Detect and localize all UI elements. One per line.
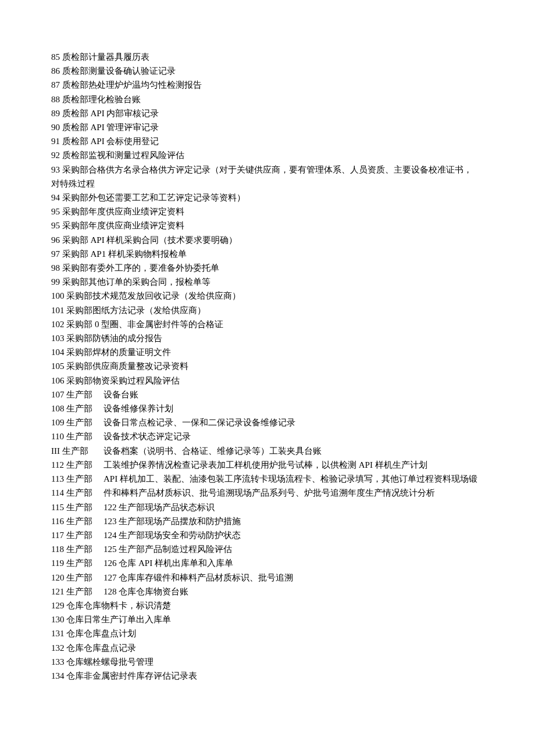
list-item-left: 115 生产部 (51, 500, 104, 514)
list-item: 134 仓库非金属密封件库存评估记录表 (51, 669, 484, 683)
list-item-right: 设备日常点检记录、一保和二保记录设备维修记录 (104, 415, 295, 429)
list-item: 95 采购部年度供应商业绩评定资料 (51, 218, 484, 232)
document-page: 85 质检部计量器具履历表 86 质检部测量设备确认验证记录 87 质检部热处理… (0, 0, 535, 756)
list-item-continuation: 对特殊过程 (51, 177, 484, 191)
list-item-left: 107 生产部 (51, 388, 104, 402)
list-item: 133 仓库螺栓螺母批号管理 (51, 655, 484, 669)
list-item: 100 采购部技术规范发放回收记录（发给供应商） (51, 289, 484, 303)
list-item: 98 采购部有委外工序的，要准备外协委托单 (51, 261, 484, 275)
list-item-two-col: 121 生产部 128 仓库仓库物资台账 (51, 585, 484, 599)
list-item: 89 质检部 API 内部审核记录 (51, 106, 484, 120)
list-item: 101 采购部图纸方法记录（发给供应商） (51, 303, 484, 317)
list-item: 85 质检部计量器具履历表 (51, 50, 484, 64)
list-item: 105 采购部供应商质量整改记录资料 (51, 359, 484, 373)
list-item: 131 仓库仓库盘点计划 (51, 626, 484, 640)
list-item-right: 123 生产部现场产品摆放和防护措施 (104, 514, 241, 528)
list-item: 104 采购部焊材的质量证明文件 (51, 345, 484, 359)
list-item-left: 110 生产部 (51, 429, 104, 443)
list-item-right: 128 仓库仓库物资台账 (104, 585, 188, 599)
list-item: 132 仓库仓库盘点记录 (51, 641, 484, 655)
list-item-two-col: 115 生产部 122 生产部现场产品状态标识 (51, 500, 484, 514)
list-item-right: 设备维修保养计划 (104, 402, 173, 415)
list-item: 90 质检部 API 管理评审记录 (51, 120, 484, 134)
list-item: 88 质检部理化检验台账 (51, 92, 484, 106)
list-item-two-col: 120 生产部 127 仓库库存锻件和棒料产品材质标识、批号追溯 (51, 571, 484, 585)
list-item-right: 124 生产部现场安全和劳动防护状态 (104, 528, 241, 542)
list-item: 130 仓库日常生产订单出入库单 (51, 612, 484, 626)
list-item: 103 采购部防锈油的成分报告 (51, 331, 484, 345)
list-item-two-col: 108 生产部 设备维修保养计划 (51, 402, 484, 415)
list-item: 102 采购部 0 型圈、非金属密封件等的合格证 (51, 317, 484, 331)
list-item-right: 122 生产部现场产品状态标识 (104, 500, 215, 514)
list-item-left: 109 生产部 (51, 415, 104, 429)
list-item: 91 质检部 API 会标使用登记 (51, 134, 484, 148)
list-item-two-col: 107 生产部 设备台账 (51, 388, 484, 402)
list-item-two-col: 110 生产部 设备技术状态评定记录 (51, 429, 484, 443)
list-item: 96 采购部 API 样机采购合同（技术要求要明确） (51, 233, 484, 247)
list-item-two-col: 119 生产部 126 仓库 API 样机出库单和入库单 (51, 556, 484, 570)
list-item-right: 设备档案（说明书、合格证、维修记录等）工装夹具台账 (104, 444, 322, 458)
list-item-left: 113 生产部 (51, 472, 104, 486)
list-item: 87 质检部热处理炉炉温均匀性检测报告 (51, 78, 484, 92)
list-item-left: III 生产部 (51, 444, 104, 458)
list-item-right: 设备技术状态评定记录 (104, 429, 191, 443)
list-item-two-col: 117 生产部 124 生产部现场安全和劳动防护状态 (51, 528, 484, 542)
list-item: 92 质检部监视和测量过程风险评估 (51, 148, 484, 162)
list-item-left: 119 生产部 (51, 556, 104, 570)
list-item-left: 116 生产部 (51, 514, 104, 528)
list-item-left: 108 生产部 (51, 402, 104, 415)
list-item-right: 126 仓库 API 样机出库单和入库单 (104, 556, 233, 570)
list-item: 129 仓库仓库物料卡，标识清楚 (51, 599, 484, 612)
list-item-two-col: 113 生产部 API 样机加工、装配、油漆包装工序流转卡现场流程卡、检验记录填… (51, 472, 484, 486)
list-item-left: 117 生产部 (51, 528, 104, 542)
list-item-left: 114 生产部 (51, 486, 104, 500)
list-item-right: 工装维护保养情况检查记录表加工样机使用炉批号试棒，以供检测 API 样机生产计划 (104, 458, 427, 472)
list-item-left: 112 生产部 (51, 458, 104, 472)
list-item-left: 121 生产部 (51, 585, 104, 599)
list-item-right: 125 生产部产品制造过程风险评估 (104, 542, 232, 556)
list-item-right: 设备台账 (104, 388, 138, 402)
list-item-two-col: 118 生产部 125 生产部产品制造过程风险评估 (51, 542, 484, 556)
list-item-right: 127 仓库库存锻件和棒料产品材质标识、批号追溯 (104, 571, 293, 585)
document-body: 85 质检部计量器具履历表 86 质检部测量设备确认验证记录 87 质检部热处理… (51, 50, 484, 683)
list-item: 94 采购部外包还需要工艺和工艺评定记录等资料） (51, 191, 484, 205)
list-item: 99 采购部其他订单的采购合同，报检单等 (51, 275, 484, 289)
list-item-two-col: 112 生产部 工装维护保养情况检查记录表加工样机使用炉批号试棒，以供检测 AP… (51, 458, 484, 472)
list-item-right: API 样机加工、装配、油漆包装工序流转卡现场流程卡、检验记录填写，其他订单过程… (104, 472, 477, 486)
list-item: 106 采购部物资采购过程风险评估 (51, 374, 484, 388)
list-item-right: 件和棒料产品材质标识、批号追溯现场产品系列号、炉批号追溯年度生产情况统计分析 (104, 486, 435, 500)
list-item-left: 120 生产部 (51, 571, 104, 585)
list-item: 93 采购部合格供方名录合格供方评定记录（对于关键供应商，要有管理体系、人员资质… (51, 163, 484, 177)
list-item: 97 采购部 AP1 样机采购物料报检单 (51, 247, 484, 261)
list-item-two-col: 116 生产部 123 生产部现场产品摆放和防护措施 (51, 514, 484, 528)
list-item: 95 采购部年度供应商业绩评定资料 (51, 205, 484, 218)
list-item-two-col: 109 生产部 设备日常点检记录、一保和二保记录设备维修记录 (51, 415, 484, 429)
list-item-two-col: III 生产部 设备档案（说明书、合格证、维修记录等）工装夹具台账 (51, 444, 484, 458)
list-item: 86 质检部测量设备确认验证记录 (51, 64, 484, 78)
list-item-left: 118 生产部 (51, 542, 104, 556)
list-item-two-col: 114 生产部 件和棒料产品材质标识、批号追溯现场产品系列号、炉批号追溯年度生产… (51, 486, 484, 500)
